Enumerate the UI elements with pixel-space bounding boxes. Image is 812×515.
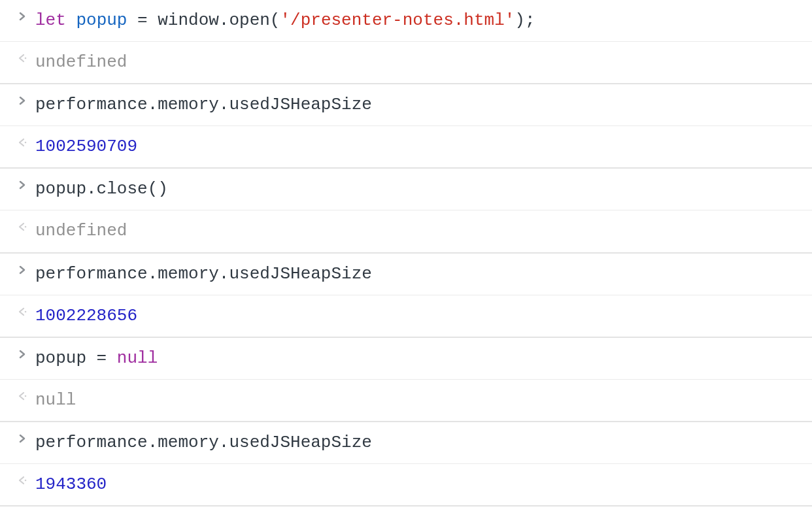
- console-input-text: performance.memory.usedJSHeapSize: [35, 263, 800, 286]
- output-result-icon: [9, 135, 35, 148]
- svg-point-0: [25, 58, 27, 59]
- svg-point-3: [25, 310, 27, 312]
- console-output-text: undefined: [35, 51, 800, 74]
- code-token: performance.memory.usedJSHeapSize: [35, 264, 372, 284]
- input-prompt-icon: [9, 431, 35, 444]
- console-input-row[interactable]: performance.memory.usedJSHeapSize: [0, 84, 812, 126]
- code-token: 1943360: [35, 474, 107, 494]
- code-token: popup.close(): [35, 179, 168, 199]
- console-output-row[interactable]: undefined: [0, 210, 812, 253]
- code-token: 1002590709: [35, 137, 137, 156]
- output-result-icon: [9, 51, 35, 63]
- console-output-row[interactable]: undefined: [0, 42, 812, 84]
- code-token: = window.open(: [127, 10, 280, 30]
- code-token: );: [515, 10, 535, 30]
- output-result-icon: [9, 220, 35, 232]
- code-token: 1002228656: [35, 306, 137, 325]
- console-output-text: null: [35, 389, 800, 412]
- code-token: null: [117, 348, 158, 368]
- console-input-text: let popup = window.open('/presenter-note…: [35, 9, 800, 32]
- output-result-icon: [9, 389, 35, 401]
- input-prompt-icon: [9, 93, 35, 106]
- console-input-row[interactable]: performance.memory.usedJSHeapSize: [0, 254, 812, 295]
- console-input-row[interactable]: performance.memory.usedJSHeapSize: [0, 422, 812, 464]
- console-output-row[interactable]: 1002590709: [0, 126, 812, 169]
- console-input-text: popup.close(): [35, 178, 800, 201]
- code-token: popup: [76, 10, 127, 30]
- code-token: '/presenter-notes.html': [280, 10, 515, 30]
- svg-point-2: [25, 226, 27, 228]
- output-result-icon: [9, 305, 35, 317]
- console-log: let popup = window.open('/presenter-note…: [0, 0, 812, 507]
- console-output-row[interactable]: 1002228656: [0, 295, 812, 338]
- input-prompt-icon: [9, 9, 35, 22]
- console-input-row[interactable]: popup = null: [0, 338, 812, 380]
- code-token: undefined: [35, 221, 127, 241]
- input-prompt-icon: [9, 178, 35, 190]
- output-result-icon: [9, 473, 35, 486]
- code-token: undefined: [35, 52, 127, 72]
- console-output-text: undefined: [35, 220, 800, 242]
- code-token: performance.memory.usedJSHeapSize: [35, 95, 372, 114]
- input-prompt-icon: [9, 347, 35, 359]
- code-token: popup =: [35, 348, 117, 368]
- code-token: let: [35, 10, 76, 30]
- console-output-row[interactable]: null: [0, 380, 812, 422]
- svg-point-4: [25, 395, 27, 397]
- svg-point-1: [25, 142, 27, 144]
- console-output-text: 1943360: [35, 473, 800, 496]
- console-input-text: performance.memory.usedJSHeapSize: [35, 431, 800, 454]
- console-input-row[interactable]: popup.close(): [0, 169, 812, 210]
- console-output-row[interactable]: 1943360: [0, 464, 812, 507]
- input-prompt-icon: [9, 263, 35, 275]
- console-output-text: 1002228656: [35, 305, 800, 327]
- svg-point-5: [25, 480, 27, 482]
- console-input-text: performance.memory.usedJSHeapSize: [35, 93, 800, 116]
- console-output-text: 1002590709: [35, 135, 800, 158]
- console-input-row[interactable]: let popup = window.open('/presenter-note…: [0, 0, 812, 42]
- console-input-text: popup = null: [35, 347, 800, 370]
- code-token: null: [35, 390, 76, 410]
- code-token: performance.memory.usedJSHeapSize: [35, 433, 372, 452]
